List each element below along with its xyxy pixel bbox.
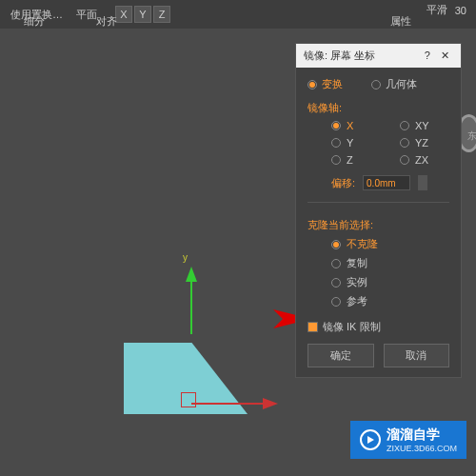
geometry-radio[interactable] xyxy=(371,80,381,89)
axis-section-label: 镜像轴: xyxy=(307,101,449,115)
offset-row: 偏移: xyxy=(307,175,449,190)
arrow-up-icon xyxy=(186,267,197,282)
clone-copy-radio[interactable] xyxy=(331,259,341,268)
clone-options: 不克隆 复制 实例 参考 xyxy=(307,237,449,308)
axis-grid: X XY Y YZ Z ZX xyxy=(307,120,449,166)
cancel-button[interactable]: 取消 xyxy=(384,344,450,367)
help-button[interactable]: ? xyxy=(421,50,434,61)
axis-x-radio[interactable] xyxy=(331,121,341,130)
x-axis-gizmo[interactable] xyxy=(191,398,278,409)
y-axis-gizmo[interactable]: y xyxy=(186,267,197,334)
ik-checkbox[interactable] xyxy=(307,322,318,332)
align-btn[interactable]: 对齐 xyxy=(90,12,123,30)
dialog-title-text: 镜像: 屏幕 坐标 xyxy=(304,49,375,63)
ik-label: 镜像 IK 限制 xyxy=(323,320,381,334)
secondary-toolbar: 细分 对齐 属性 xyxy=(0,13,476,29)
axis-y-radio[interactable] xyxy=(331,138,341,148)
geometry-label: 几何体 xyxy=(386,77,417,91)
clone-none-radio[interactable] xyxy=(331,240,341,249)
view-cube-label: 东 xyxy=(467,129,476,143)
axis-zx-radio[interactable] xyxy=(400,155,409,165)
arrow-right-icon xyxy=(263,398,278,409)
ok-button[interactable]: 确定 xyxy=(307,344,374,367)
y-axis-label: y xyxy=(183,252,188,263)
watermark: 溜溜自学 ZIXUE.3D66.COM xyxy=(350,421,466,459)
mode-group: 变换 几何体 xyxy=(307,77,449,91)
clone-instance-radio[interactable] xyxy=(331,278,341,288)
subdivide-btn[interactable]: 细分 xyxy=(18,12,50,30)
watermark-url: ZIXUE.3D66.COM xyxy=(387,444,457,453)
clone-reference-radio[interactable] xyxy=(331,297,341,307)
close-button[interactable]: ✕ xyxy=(437,50,453,61)
clone-section-label: 克隆当前选择: xyxy=(307,218,449,232)
transform-label: 变换 xyxy=(322,77,343,91)
ik-row: 镜像 IK 限制 xyxy=(307,320,449,334)
offset-input[interactable] xyxy=(363,175,410,190)
watermark-title: 溜溜自学 xyxy=(387,426,457,444)
axis-yz-radio[interactable] xyxy=(400,138,409,148)
axis-z-radio[interactable] xyxy=(331,155,341,165)
play-icon xyxy=(360,429,381,450)
transform-radio[interactable] xyxy=(307,80,317,89)
axis-xy-radio[interactable] xyxy=(400,121,409,130)
mirror-dialog: 镜像: 屏幕 坐标 ? ✕ 变换 几何体 镜像轴: X XY Y YZ Z ZX xyxy=(295,43,462,378)
offset-label: 偏移: xyxy=(331,176,355,190)
properties-btn[interactable]: 属性 xyxy=(385,12,417,30)
dialog-titlebar[interactable]: 镜像: 屏幕 坐标 ? ✕ xyxy=(296,44,461,68)
offset-spinner[interactable] xyxy=(418,175,427,190)
